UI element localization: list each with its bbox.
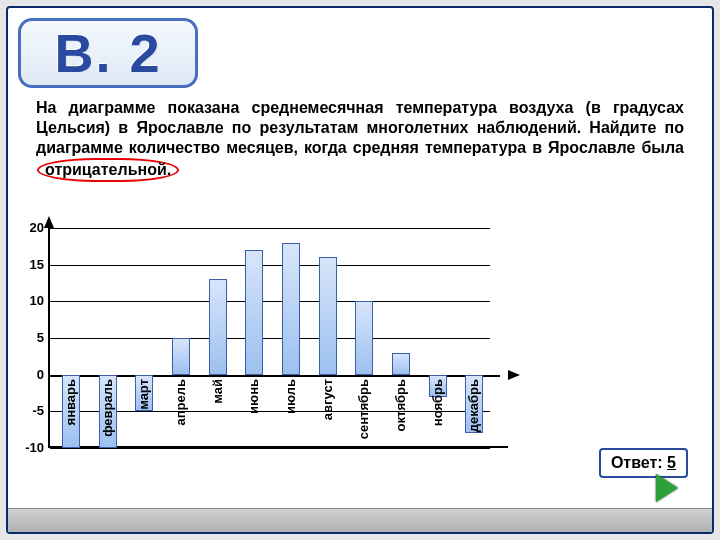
- footer-bar: [8, 508, 712, 532]
- month-label: февраль: [100, 379, 116, 437]
- y-tick-label: 5: [12, 330, 44, 345]
- x-axis-arrow-icon: [508, 370, 520, 380]
- problem-text: На диаграмме показана среднемесячная тем…: [36, 98, 684, 182]
- month-label: сентябрь: [356, 379, 372, 439]
- answer-label: Ответ:: [611, 454, 663, 471]
- y-tick-label: -5: [12, 403, 44, 418]
- month-label: январь: [63, 379, 79, 425]
- next-slide-button[interactable]: [656, 474, 678, 502]
- slide-frame: В. 2 На диаграмме показана среднемесячна…: [6, 6, 714, 534]
- bar: [392, 353, 410, 375]
- bar: [282, 243, 300, 375]
- month-label: ноябрь: [430, 379, 446, 426]
- y-axis-arrow-icon: [44, 216, 54, 228]
- problem-number-badge: В. 2: [18, 18, 198, 88]
- problem-body: На диаграмме показана среднемесячная тем…: [36, 99, 684, 156]
- y-tick-label: 20: [12, 220, 44, 235]
- y-tick-label: 10: [12, 293, 44, 308]
- month-label: июнь: [246, 379, 262, 414]
- month-label: апрель: [173, 379, 189, 426]
- answer-value: 5: [667, 454, 676, 471]
- gridline: [50, 338, 490, 339]
- emphasized-word-circled: отрицательной.: [37, 158, 179, 182]
- bar: [355, 301, 373, 374]
- y-tick-label: -10: [12, 440, 44, 455]
- gridline: [50, 301, 490, 302]
- y-tick-label: 15: [12, 257, 44, 272]
- month-label: март: [136, 379, 152, 410]
- bar: [172, 338, 190, 375]
- month-label: декабрь: [466, 379, 482, 432]
- problem-number: В. 2: [54, 22, 161, 84]
- gridline: [50, 448, 490, 449]
- bar: [319, 257, 337, 374]
- gridline: [50, 228, 490, 229]
- gridline: [50, 265, 490, 266]
- bar: [209, 279, 227, 374]
- month-label: июль: [283, 379, 299, 414]
- month-label: август: [320, 379, 336, 420]
- bar: [245, 250, 263, 375]
- y-tick-label: 0: [12, 367, 44, 382]
- month-label: октябрь: [393, 379, 409, 431]
- month-label: май: [210, 379, 226, 404]
- bar-chart: 20151050-5-10январьфевральмартапрельмайи…: [48, 228, 508, 448]
- chart-container: 20151050-5-10январьфевральмартапрельмайи…: [48, 228, 568, 518]
